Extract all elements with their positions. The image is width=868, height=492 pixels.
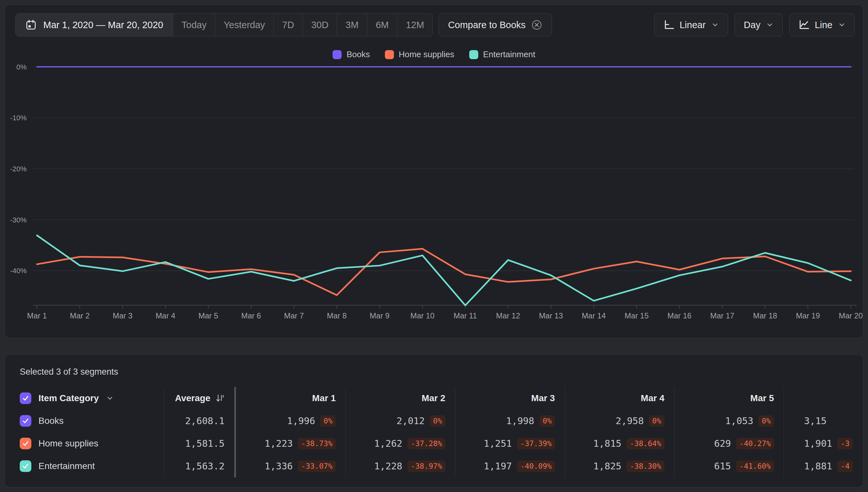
- svg-text:-30%: -30%: [10, 216, 26, 224]
- percent-change-badge: -40.27%: [736, 438, 774, 449]
- remove-compare-icon[interactable]: [531, 19, 542, 31]
- segment-row-entertainment: Entertainment: [5, 455, 164, 477]
- preset-7d[interactable]: 7D: [273, 14, 303, 36]
- calendar-icon: [25, 19, 37, 31]
- day-header: Mar 2: [346, 387, 455, 410]
- cell-value: 629: [714, 438, 731, 449]
- legend-swatch: [469, 50, 478, 59]
- svg-text:Mar 9: Mar 9: [370, 311, 389, 320]
- date-preset-group: Mar 1, 2020 — Mar 20, 2020 TodayYesterda…: [15, 13, 433, 36]
- value-cell: 1,881-4: [784, 455, 864, 477]
- value-cell: 629-40.27%: [674, 432, 784, 455]
- value-cell: 1,228-38.97%: [346, 455, 455, 477]
- value-cell: 1,9960%: [236, 410, 346, 432]
- preset-3m[interactable]: 3M: [337, 14, 367, 36]
- day-column-partial: 3,151,901-31,881-4: [784, 387, 864, 477]
- svg-text:-10%: -10%: [10, 114, 26, 122]
- svg-text:Mar 12: Mar 12: [496, 311, 520, 320]
- percent-change-badge: 0%: [320, 415, 336, 427]
- granularity-label: Day: [744, 20, 761, 30]
- day-header: [784, 387, 864, 410]
- cell-value: 1,053: [725, 415, 753, 426]
- cell-value: 1,228: [374, 461, 402, 472]
- cell-value: 2,012: [397, 415, 425, 426]
- legend-swatch: [333, 50, 341, 59]
- legend-item-home-supplies[interactable]: Home supplies: [385, 49, 454, 59]
- compare-to-books-button[interactable]: Compare to Books: [438, 13, 552, 36]
- line-chart-icon: [798, 19, 810, 30]
- granularity-dropdown[interactable]: Day: [735, 13, 783, 36]
- segment-checkbox[interactable]: [20, 460, 31, 472]
- svg-text:Mar 11: Mar 11: [453, 311, 477, 320]
- value-cell: 1,0530%: [674, 410, 784, 432]
- preset-yesterday[interactable]: Yesterday: [215, 14, 273, 36]
- svg-text:Mar 17: Mar 17: [710, 311, 735, 320]
- value-cell: 1,251-37.39%: [455, 432, 565, 455]
- value-cell: 1,223-38.73%: [236, 432, 346, 455]
- cell-value: 1,197: [484, 461, 512, 472]
- day-column-mar-4: Mar 42,9580%1,815-38.64%1,825-38.30%: [565, 387, 674, 477]
- selected-segments-text: Selected 3 of 3 segments: [20, 367, 118, 377]
- svg-text:Mar 3: Mar 3: [113, 311, 132, 320]
- date-range-button[interactable]: Mar 1, 2020 — Mar 20, 2020: [16, 14, 173, 36]
- scale-dropdown[interactable]: Linear: [654, 13, 728, 36]
- compare-label: Compare to Books: [448, 20, 526, 30]
- cell-value: 3,15: [804, 415, 827, 426]
- chart-type-dropdown[interactable]: Line: [789, 13, 855, 36]
- chart-toolbar: Mar 1, 2020 — Mar 20, 2020 TodayYesterda…: [15, 13, 855, 36]
- chevron-down-icon[interactable]: [106, 394, 114, 402]
- chart-card: 0%-10%-20%-30%-40%Mar 1Mar 2Mar 3Mar 4Ma…: [4, 4, 864, 338]
- segment-row-books: Books: [5, 410, 164, 432]
- sort-descending-icon[interactable]: [215, 393, 225, 403]
- percent-change-badge: 0%: [649, 415, 664, 427]
- percent-change-badge: 0%: [539, 415, 555, 427]
- value-cell: 1,901-3: [784, 432, 864, 455]
- legend-item-entertainment[interactable]: Entertainment: [469, 49, 535, 59]
- scale-label: Linear: [680, 20, 706, 30]
- average-value: 1,563.2: [185, 461, 225, 472]
- preset-12m[interactable]: 12M: [397, 14, 432, 36]
- segment-checkbox[interactable]: [20, 415, 31, 427]
- legend-label: Books: [347, 49, 370, 59]
- svg-text:Mar 7: Mar 7: [284, 311, 304, 320]
- chevron-down-icon: [766, 21, 773, 28]
- cell-value: 1,825: [593, 461, 621, 472]
- value-cell: 1,825-38.30%: [565, 455, 674, 477]
- category-column: Item CategoryBooksHome suppliesEntertain…: [5, 387, 164, 477]
- value-cell: 2,9580%: [565, 410, 674, 432]
- chevron-down-icon: [838, 21, 845, 28]
- average-value: 2,608.1: [185, 415, 225, 426]
- value-cell: 1,336-33.07%: [236, 455, 346, 477]
- preset-30d[interactable]: 30D: [303, 14, 337, 36]
- toolbar-left-group: Mar 1, 2020 — Mar 20, 2020 TodayYesterda…: [15, 13, 552, 36]
- cell-value: 1,336: [265, 461, 293, 472]
- legend-item-books[interactable]: Books: [333, 49, 370, 59]
- svg-text:Mar 13: Mar 13: [539, 311, 563, 320]
- preset-6m[interactable]: 6M: [367, 14, 397, 36]
- value-cell: 615-41.60%: [674, 455, 784, 477]
- segment-checkbox[interactable]: [20, 438, 31, 449]
- svg-text:0%: 0%: [17, 63, 27, 71]
- value-cell: 2,0120%: [346, 410, 455, 432]
- percent-change-badge: -38.30%: [627, 461, 664, 472]
- chart-legend: BooksHome suppliesEntertainment: [5, 49, 863, 59]
- percent-change-badge: -37.28%: [408, 438, 445, 449]
- cell-value: 1,223: [265, 438, 293, 449]
- toolbar-right-group: Linear Day: [654, 13, 855, 36]
- average-header[interactable]: Average: [164, 387, 234, 410]
- segments-table-card: Selected 3 of 3 segments Item CategoryBo…: [4, 354, 864, 488]
- svg-text:-40%: -40%: [10, 267, 26, 275]
- legend-label: Entertainment: [483, 49, 535, 59]
- select-all-checkbox[interactable]: [20, 392, 31, 404]
- value-cell: 1,9980%: [455, 410, 565, 432]
- category-header[interactable]: Item Category: [5, 387, 164, 410]
- legend-label: Home supplies: [399, 49, 454, 59]
- svg-text:Mar 5: Mar 5: [198, 311, 218, 320]
- segments-table: Item CategoryBooksHome suppliesEntertain…: [5, 387, 864, 477]
- preset-today[interactable]: Today: [173, 14, 215, 36]
- average-cell: 1,563.2: [164, 455, 234, 477]
- chevron-down-icon: [712, 21, 719, 28]
- day-column-mar-5: Mar 51,0530%629-40.27%615-41.60%: [674, 387, 784, 477]
- value-cell: 1,815-38.64%: [565, 432, 674, 455]
- svg-text:Mar 18: Mar 18: [753, 311, 777, 320]
